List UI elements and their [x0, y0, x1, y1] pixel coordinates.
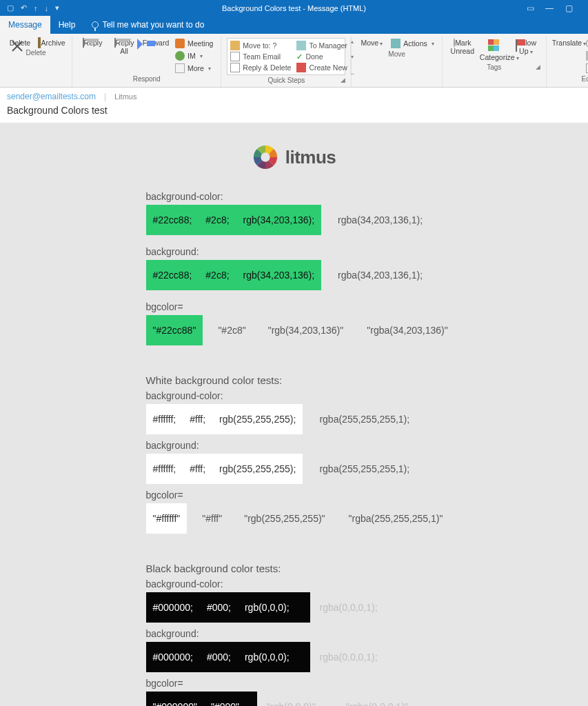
- archive-button[interactable]: Archive: [37, 38, 66, 48]
- select-button[interactable]: Select▾: [584, 63, 588, 74]
- more-button[interactable]: More▾: [173, 63, 215, 74]
- cell-rgb: rgb(0,0,0);: [238, 592, 310, 623]
- categorize-label: Categorize: [480, 53, 515, 61]
- delete-button[interactable]: Delete: [6, 38, 34, 48]
- meeting-button[interactable]: Meeting: [173, 38, 215, 49]
- group-tags: Mark Unread Categorize▾ Follow Up▾ Tags◢: [443, 37, 547, 87]
- tab-message[interactable]: Message: [0, 16, 50, 34]
- test-label: background:: [146, 628, 443, 639]
- down-icon[interactable]: ↓: [45, 4, 49, 12]
- move-label: Move: [361, 39, 379, 47]
- dialog-launcher-icon[interactable]: ◢: [536, 63, 540, 70]
- sender-name: Litmus: [114, 92, 136, 101]
- test-row: #ffffff; #fff; rgb(255,255,255); rgba(25…: [146, 404, 443, 434]
- qs-tomanager[interactable]: To Manager: [296, 40, 347, 51]
- message-subject: Background Colors test: [7, 105, 581, 116]
- test-label: background:: [146, 246, 443, 257]
- qs-teamemail-label: Team Email: [243, 52, 281, 61]
- categorize-icon: [488, 39, 500, 52]
- tab-tellme[interactable]: Tell me what you want to do: [83, 16, 212, 34]
- qs-replydelete[interactable]: Reply & Delete: [230, 62, 291, 73]
- cell-hex3: "#2c8": [203, 315, 252, 345]
- followup-button[interactable]: Follow Up▾: [511, 38, 540, 55]
- markunread-button[interactable]: Mark Unread: [448, 38, 477, 55]
- translate-button[interactable]: Translate▾: [552, 38, 581, 48]
- group-move-label: Move: [357, 49, 436, 59]
- cell-rgba: rgba(255,255,255,1);: [303, 404, 416, 434]
- im-icon: [175, 51, 185, 61]
- group-quicksteps: Move to: ? Team Email Reply & Delete To …: [221, 37, 352, 87]
- folder-icon: [230, 41, 240, 50]
- window-title: Background Colors test - Message (HTML): [0, 4, 588, 12]
- cell-rgb: rgb(34,203,136);: [236, 260, 322, 290]
- related-button[interactable]: Related▾: [584, 50, 588, 61]
- check-icon: ✓: [296, 52, 303, 61]
- up-icon[interactable]: ↑: [34, 4, 38, 12]
- group-editing-label: Editing: [552, 74, 588, 84]
- bulb-icon: [92, 21, 99, 28]
- quicksteps-gallery[interactable]: Move to: ? Team Email Reply & Delete To …: [227, 38, 345, 75]
- tab-help[interactable]: Help: [50, 16, 84, 34]
- cell-hex6: #ffffff;: [146, 454, 183, 484]
- move-button[interactable]: Move▾: [357, 38, 386, 48]
- find-button[interactable]: Find: [584, 38, 588, 49]
- im-button[interactable]: IM▾: [173, 50, 215, 61]
- reply-icon: [83, 38, 84, 48]
- test-row: #22cc88; #2c8; rgb(34,203,136); rgba(34,…: [146, 260, 443, 290]
- minimize-icon[interactable]: —: [540, 3, 559, 13]
- qs-createnew[interactable]: Create New: [296, 62, 347, 73]
- qs-createnew-label: Create New: [309, 63, 347, 72]
- cell-rgba: "rgba(0,0,0,1)": [323, 692, 415, 706]
- save-icon[interactable]: ▢: [7, 3, 14, 12]
- email-body: litmus background-color: #22cc88; #2c8; …: [0, 123, 588, 706]
- test-label: background-color:: [146, 390, 443, 401]
- group-respond-label: Respond: [78, 74, 215, 84]
- more-label: More: [187, 64, 204, 72]
- qs-moveto-label: Move to: ?: [243, 41, 276, 50]
- group-quicksteps-label: Quick Steps◢: [227, 75, 345, 85]
- group-delete-label: Delete: [6, 48, 66, 58]
- qs-teamemail[interactable]: Team Email: [230, 51, 291, 62]
- cell-hex6: #000000;: [146, 592, 200, 623]
- test-row: "#000000" "#000" "rgb(0,0,0)" "rgba(0,0,…: [146, 692, 443, 706]
- cell-hex3: #2c8;: [199, 205, 236, 235]
- respond-stack: Meeting IM▾ More▾: [173, 38, 215, 74]
- sender-email[interactable]: sender@emailtests.com: [7, 92, 96, 101]
- cell-rgb: "rgb(34,203,136)": [253, 315, 351, 345]
- cell-hex6: "#000000": [146, 692, 204, 706]
- qs-done[interactable]: ✓Done: [296, 51, 347, 62]
- maximize-icon[interactable]: ▢: [559, 3, 578, 13]
- forward-button[interactable]: Forward: [141, 38, 170, 48]
- cell-rgba: rgba(255,255,255,1);: [303, 454, 416, 484]
- test-row: #ffffff; #fff; rgb(255,255,255); rgba(25…: [146, 454, 443, 484]
- qs-moveto[interactable]: Move to: ?: [230, 40, 291, 51]
- cell-hex6: "#22cc88": [146, 315, 203, 345]
- archive-label: Archive: [41, 39, 65, 47]
- replyall-button[interactable]: Reply All: [110, 38, 139, 55]
- dialog-launcher-icon[interactable]: ◢: [341, 77, 345, 83]
- ribbon-collapse-icon[interactable]: ▭: [520, 3, 540, 13]
- test-label: bgcolor=: [146, 678, 443, 689]
- cell-hex3: #2c8;: [199, 260, 236, 290]
- test-label: background-color:: [146, 191, 443, 202]
- cell-rgb: rgb(255,255,255);: [212, 454, 303, 484]
- reply-button[interactable]: Reply: [78, 38, 107, 48]
- undo-icon[interactable]: ↶: [21, 3, 27, 12]
- calendar-icon: [175, 39, 185, 48]
- cell-hex3: #000;: [200, 642, 238, 672]
- cell-rgba: rgba(34,203,136,1);: [321, 260, 429, 290]
- test-row: "#22cc88" "#2c8" "rgb(34,203,136)" "rgba…: [146, 315, 443, 345]
- cell-hex6: #22cc88;: [146, 260, 199, 290]
- mail-icon: [230, 52, 240, 61]
- test-row: #22cc88; #2c8; rgb(34,203,136); rgba(34,…: [146, 205, 443, 235]
- section-header: White background color tests:: [146, 374, 443, 386]
- qs-replydelete-label: Reply & Delete: [243, 63, 291, 72]
- test-row: "#ffffff" "#fff" "rgb(255,255,255)" "rgb…: [146, 503, 443, 534]
- replydel-icon: [230, 63, 240, 72]
- group-move: Move▾ Actions▾ Move: [352, 37, 442, 87]
- actions-button[interactable]: Actions▾: [389, 38, 436, 49]
- categorize-button[interactable]: Categorize▾: [480, 38, 509, 62]
- qat-more-icon[interactable]: ▾: [55, 3, 59, 12]
- quick-access-toolbar: ▢ ↶ ↑ ↓ ▾: [0, 3, 59, 12]
- actions-label: Actions: [403, 39, 427, 48]
